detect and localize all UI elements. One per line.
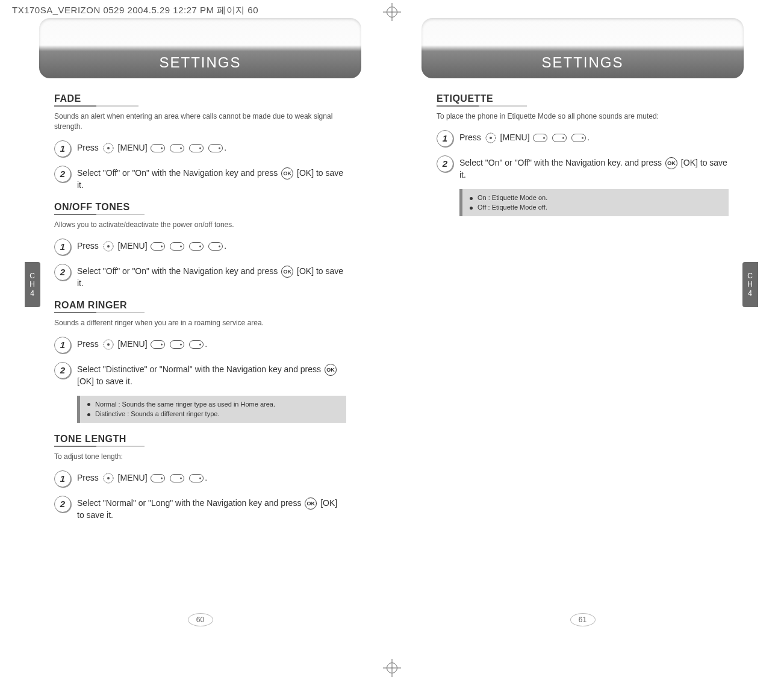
page-header: SETTINGS [422, 18, 744, 78]
step-number-badge: 1 [54, 470, 71, 487]
ok-key-icon: OK [305, 498, 317, 510]
key-icon [552, 134, 567, 142]
step-text: Select "Distinctive" or "Normal" with th… [77, 362, 346, 387]
step-text: Press [MENU] . [77, 140, 226, 154]
key-icon [151, 474, 165, 482]
svg-point-5 [107, 343, 110, 346]
right-page: C H 4 SETTINGS ETIQUETTE To place the ph… [415, 18, 750, 632]
section-desc: Sounds an alert when entering an area wh… [54, 111, 346, 132]
section-desc: To adjust tone length: [54, 452, 346, 462]
key-icon [189, 144, 204, 152]
step: 1 Press [MENU] . [54, 239, 346, 255]
note-line: Off : Etiquette Mode off. [478, 204, 547, 211]
page-title: SETTINGS [541, 54, 623, 71]
step-number-badge: 1 [54, 337, 71, 354]
key-icon [170, 242, 184, 251]
key-icon [189, 242, 204, 251]
page-title: SETTINGS [159, 54, 241, 71]
ok-key-icon: OK [281, 167, 293, 179]
section-tone-length: TONE LENGTH To adjust tone length: 1 Pre… [54, 434, 346, 521]
page-number: 61 [570, 613, 596, 626]
step: 1 Press [MENU] . [437, 130, 729, 147]
key-icon [533, 134, 547, 142]
step: 1 Press [MENU] . [54, 470, 346, 487]
rule-icon [54, 214, 145, 215]
chapter-number: 4 [30, 289, 35, 298]
step: 2 Select "Off" or "On" with the Navigati… [54, 166, 346, 191]
section-heading: ETIQUETTE [437, 93, 729, 104]
ok-key-icon: OK [325, 364, 337, 376]
section-heading: FADE [54, 93, 346, 104]
nav-key-icon [485, 132, 497, 144]
step-text: Select "Normal" or "Long" with the Navig… [77, 496, 346, 521]
step-number-badge: 2 [54, 362, 71, 379]
page-header: SETTINGS [39, 18, 361, 78]
step-text: Press [MENU] . [77, 239, 226, 252]
key-icon [208, 242, 223, 251]
nav-key-icon [102, 338, 114, 351]
key-icon [189, 340, 204, 349]
svg-point-3 [107, 245, 110, 248]
step-number-badge: 1 [437, 130, 453, 147]
step-number-badge: 1 [54, 239, 71, 255]
step-number-badge: 2 [437, 155, 453, 172]
ok-key-icon: OK [281, 266, 293, 278]
key-icon [170, 144, 184, 152]
note-line: Distinctive : Sounds a different ringer … [95, 410, 219, 417]
step-text: Press [MENU] . [459, 130, 590, 144]
rule-icon [54, 446, 145, 447]
section-desc: To place the phone in Etiquette Mode so … [437, 111, 729, 122]
note-box: Normal : Sounds the same ringer type as … [77, 396, 346, 423]
bullet-icon [87, 413, 90, 416]
svg-point-7 [107, 477, 110, 479]
bullet-icon [87, 403, 90, 406]
step-text: Select "On" or "Off" with the Navigation… [459, 155, 729, 181]
step: 2 Select "Distinctive" or "Normal" with … [54, 362, 346, 387]
step-number-badge: 1 [54, 140, 71, 157]
nav-key-icon [102, 142, 114, 154]
key-icon [151, 242, 165, 251]
step-text: Select "Off" or "On" with the Navigation… [77, 264, 346, 289]
step-text: Select "Off" or "On" with the Navigation… [77, 166, 346, 191]
step: 1 Press [MENU] . [54, 337, 346, 354]
section-desc: Allows you to activate/deactivate the po… [54, 220, 346, 230]
rule-icon [437, 105, 527, 107]
key-icon [151, 144, 165, 152]
crop-mark-icon [380, 656, 404, 680]
chapter-letter: H [30, 280, 36, 289]
bullet-icon [470, 197, 473, 200]
note-box: On : Etiquette Mode on. Off : Etiquette … [459, 189, 729, 216]
svg-point-1 [107, 147, 110, 149]
key-icon [571, 134, 586, 142]
chapter-letter: C [30, 272, 36, 280]
step: 2 Select "Off" or "On" with the Navigati… [54, 264, 346, 289]
nav-key-icon [102, 472, 114, 484]
step: 1 Press [MENU] . [54, 140, 346, 157]
section-desc: Sounds a different ringer when you are i… [54, 318, 346, 328]
step-text: Press [MENU] . [77, 470, 207, 484]
step: 2 Select "Normal" or "Long" with the Nav… [54, 496, 346, 521]
key-icon [189, 474, 204, 482]
chapter-letter: C [747, 272, 753, 280]
step-number-badge: 2 [54, 166, 71, 182]
key-icon [170, 340, 184, 349]
section-roam-ringer: ROAM RINGER Sounds a different ringer wh… [54, 300, 346, 423]
section-onoff-tones: ON/OFF TONES Allows you to activate/deac… [54, 202, 346, 289]
file-header-text: TX170SA_VERIZON 0529 2004.5.29 12:27 PM … [12, 5, 258, 16]
rule-icon [54, 105, 138, 107]
step-number-badge: 2 [54, 264, 71, 281]
section-heading: TONE LENGTH [54, 434, 346, 444]
note-line: Normal : Sounds the same ringer type as … [95, 401, 275, 408]
nav-key-icon [102, 240, 114, 252]
svg-point-9 [490, 137, 492, 139]
left-page: C H 4 SETTINGS FADE Sounds an alert when… [33, 18, 367, 632]
page-spread: C H 4 SETTINGS FADE Sounds an alert when… [33, 18, 750, 632]
step: 2 Select "On" or "Off" with the Navigati… [437, 155, 729, 181]
rule-icon [54, 312, 145, 313]
step-number-badge: 2 [54, 496, 71, 513]
chapter-tab: C H 4 [25, 262, 40, 307]
note-line: On : Etiquette Mode on. [478, 194, 547, 201]
bullet-icon [470, 207, 473, 210]
chapter-number: 4 [748, 289, 753, 298]
key-icon [208, 144, 223, 152]
